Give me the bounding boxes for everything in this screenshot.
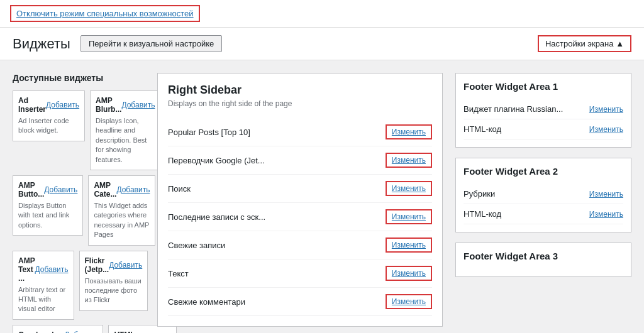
change-button[interactable]: Изменить [386,181,432,196]
sidebar-widget-row: Свежие записи Изменить [168,231,432,259]
widget-desc: Displays Button with text and link optio… [18,201,77,230]
footer-widget-item: Виджет плагина Russian... Изменить [464,99,623,119]
sidebar-widget-name: Поиск [168,184,191,194]
sidebar-widget-row: Переводчик Google (Jet... Изменить [168,146,432,175]
change-button[interactable]: Изменить [386,209,432,224]
sidebar-widget-row: Поиск Изменить [168,175,432,203]
change-button[interactable]: Изменить [386,237,432,253]
page-header: Виджеты Перейти к визуальной настройке Н… [0,28,644,60]
widget-name: Ad Inserter [18,96,46,114]
sidebar-widget-row: Popular Posts [Top 10] Изменить [168,118,432,146]
widget-desc: Arbitrary text or HTML with visual edito… [18,285,69,314]
widget-item: Ad Inserter Добавить Ad Inserter code bl… [13,90,85,141]
widget-name: Goodreads... [18,330,64,333]
change-button[interactable]: Изменить [386,124,432,139]
footer-area-1: Footer Widget Area 1 Виджет плагина Russ… [455,73,631,148]
widget-add-button[interactable]: Добавить [35,265,68,274]
change-button[interactable]: Изменить [386,153,432,168]
widget-add-button[interactable]: Добавить [44,185,77,194]
change-button[interactable]: Изменить [386,294,432,309]
footer-widget-name: HTML-код [464,124,501,134]
available-widgets-panel: Доступные виджеты Ad Inserter Добавить A… [13,73,145,333]
widget-name: AMP Text ... [18,256,35,283]
sidebar-widget-row: Последние записи с эск... Изменить [168,203,432,231]
sidebar-widget-row: Свежие комментари Изменить [168,288,432,316]
sidebar-widget-name: Свежие записи [168,241,225,250]
available-widgets-title: Доступные виджеты [13,73,145,83]
widget-add-button[interactable]: Добавить [64,330,97,333]
accessibility-link[interactable]: Отключить режим специальных возможностей [10,5,200,22]
footer-area-2-title: Footer Widget Area 2 [464,166,623,177]
footer-widget-item: Рубрики Изменить [464,184,623,204]
footer-change-button[interactable]: Изменить [589,210,623,219]
widget-name: AMP Cate... [94,181,116,199]
sidebar-widget-list: Popular Posts [Top 10] Изменить Переводч… [168,118,432,316]
footer-widget-name: Виджет плагина Russian... [464,104,563,114]
top-bar: Отключить режим специальных возможностей [0,0,644,28]
widget-item: Flickr (Jetp... Добавить Показывать ваши… [79,251,148,311]
sidebar-widget-row: Текст Изменить [168,259,432,288]
widget-add-button[interactable]: Добавить [109,261,142,270]
footer-area-2: Footer Widget Area 2 Рубрики Изменить HT… [455,158,631,232]
widget-item: Goodreads... Добавить [13,325,103,333]
visual-customize-button[interactable]: Перейти к визуальной настройке [80,35,222,52]
footer-area-1-title: Footer Widget Area 1 [464,81,623,92]
footer-widget-item: HTML-код Изменить [464,119,623,139]
footer-change-button[interactable]: Изменить [589,125,623,134]
screen-options-button[interactable]: Настройки экрана ▲ [538,35,631,52]
widget-name: HTML-код [114,330,137,333]
widget-name: Flickr (Jetp... [85,256,109,274]
widget-item: AMP Text ... Добавить Arbitrary text or … [13,251,74,320]
sidebar-widget-name: Popular Posts [Top 10] [168,128,250,137]
footer-widget-item: HTML-код Изменить [464,204,623,224]
footer-change-button[interactable]: Изменить [589,105,623,114]
footer-area-3-title: Footer Widget Area 3 [464,251,623,261]
widget-item: AMP Butto... Добавить Displays Button wi… [13,175,83,236]
widget-desc: Ad Inserter code block widget. [18,116,79,136]
sidebar-widget-name: Переводчик Google (Jet... [168,156,265,165]
sidebar-widget-name: Последние записи с эск... [168,212,265,222]
right-sidebar-panel: Right Sidebar Displays on the right side… [145,73,455,333]
footer-widget-name: HTML-код [464,209,501,219]
sidebar-widget-name: Свежие комментари [168,297,245,307]
footer-change-button[interactable]: Изменить [589,190,623,199]
sidebar-widget-name: Текст [168,269,189,278]
widget-name: AMP Blurb... [96,96,121,114]
widget-desc: This Widget adds categories where necess… [94,201,150,240]
footer-area-3: Footer Widget Area 3 [455,243,631,277]
change-button[interactable]: Изменить [386,266,432,281]
page-title: Виджеты [13,36,70,52]
widget-desc: Показывать ваши последние фото из Flickr [85,276,143,305]
sidebar-panel-desc: Displays on the right side of the page [168,99,432,108]
widget-name: AMP Butto... [18,181,44,199]
footer-areas: Footer Widget Area 1 Виджет плагина Russ… [455,73,631,333]
widget-add-button[interactable]: Добавить [46,101,79,109]
sidebar-panel-title: Right Sidebar [168,84,432,97]
footer-widget-name: Рубрики [464,189,495,199]
